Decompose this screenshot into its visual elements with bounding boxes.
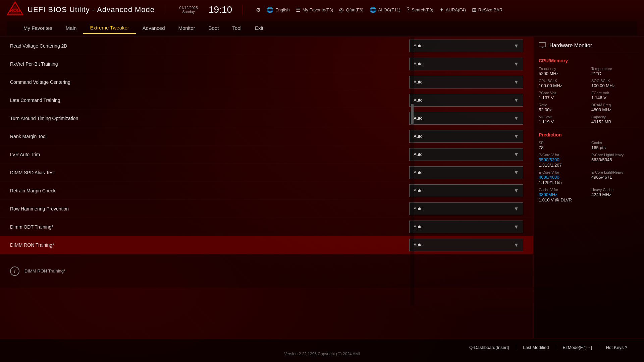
footer-btn-ez-mode[interactable]: EzMode(F7)→| [556, 345, 599, 350]
nav-advanced[interactable]: Advanced [136, 22, 172, 34]
setting-control-dimm-odt[interactable]: Auto ▼ [409, 221, 523, 233]
toolbar-aura[interactable]: ✦ AURA(F4) [439, 7, 466, 13]
setting-row-turn-around: Turn Around Timing Optimization Auto ▼ [0, 109, 533, 127]
nav-boot[interactable]: Boot [202, 22, 226, 34]
nav-extreme-tweaker[interactable]: Extreme Tweaker [83, 22, 136, 34]
nav-bar: My Favorites Main Extreme Tweaker Advanc… [7, 21, 637, 35]
aura-icon: ✦ [439, 7, 444, 13]
setting-control-dimm-ron[interactable]: Auto ▼ [409, 239, 523, 251]
hw-value-pcore-light-heavy: 5633/5345 [591, 157, 639, 162]
setting-label-read-voltage: Read Voltage Centering 2D [10, 43, 409, 49]
setting-row-dimm-ron[interactable]: DIMM RON Training* Auto ▼ [0, 236, 533, 254]
hw-section-prediction: Prediction [539, 132, 639, 137]
toolbar-settings[interactable]: ⚙ [256, 7, 261, 13]
setting-control-turn-around[interactable]: Auto ▼ [409, 112, 523, 125]
search-icon: ? [407, 7, 410, 13]
date-display: 01/12/2025 [179, 6, 198, 10]
toolbar-resizebar[interactable]: ⊞ ReSize BAR [472, 7, 502, 13]
dropdown-arrow-row-hammering: ▼ [514, 206, 519, 212]
hw-label-cache-v-for: Cache V for [539, 188, 586, 192]
dropdown-turn-around[interactable]: Auto ▼ [409, 112, 523, 125]
settings-icon: ⚙ [256, 7, 261, 13]
hw-value-sp: 78 [539, 145, 586, 150]
setting-control-row-hammering[interactable]: Auto ▼ [409, 202, 523, 215]
dropdown-lvr[interactable]: Auto ▼ [409, 148, 523, 161]
dropdown-dimm-spd[interactable]: Auto ▼ [409, 166, 523, 179]
nav-monitor[interactable]: Monitor [172, 22, 202, 34]
nav-exit[interactable]: Exit [248, 22, 270, 34]
toolbar: ⚙ 🌐 English ☰ My Favorite(F3) ◎ Qfan(F6)… [256, 7, 502, 13]
toolbar-resizebar-label: ReSize BAR [478, 7, 502, 12]
scrollbar-track[interactable] [410, 37, 414, 305]
hw-item-cpu-bclk: CPU BCLK 100.00 MHz [539, 79, 586, 88]
dropdown-arrow-dimm-spd: ▼ [514, 170, 519, 176]
dropdown-retrain[interactable]: Auto ▼ [409, 184, 523, 197]
setting-label-retrain: Retrain Margin Check [10, 188, 409, 193]
hw-monitor-sidebar: Hardware Monitor CPU/Memory Frequency 52… [533, 37, 644, 339]
toolbar-english-label: English [275, 7, 290, 12]
dropdown-rank-margin[interactable]: Auto ▼ [409, 130, 523, 143]
hw-label-cpu-bclk: CPU BCLK [539, 79, 586, 83]
hw-value-ratio: 52.00x [539, 107, 586, 112]
dropdown-row-hammering[interactable]: Auto ▼ [409, 202, 523, 215]
dropdown-dimm-ron[interactable]: Auto ▼ [409, 239, 523, 251]
toolbar-aioc[interactable]: 🌐 AI OC(F11) [370, 7, 400, 13]
nav-main[interactable]: Main [59, 22, 84, 34]
setting-control-rxvref[interactable]: Auto ▼ [409, 58, 523, 70]
setting-row-read-voltage: Read Voltage Centering 2D Auto ▼ [0, 37, 533, 55]
dropdown-value-command-voltage: Auto [414, 79, 423, 84]
globe-icon: 🌐 [267, 7, 273, 13]
footer-btn-qdashboard[interactable]: Q-Dashboard(Insert) [463, 345, 516, 350]
header-divider [165, 5, 165, 15]
setting-control-retrain[interactable]: Auto ▼ [409, 184, 523, 197]
hw-item-frequency: Frequency 5200 MHz [539, 67, 586, 76]
setting-label-dimm-spd: DIMM SPD Alias Test [10, 170, 409, 175]
setting-label-command-voltage: Command Voltage Centering [10, 79, 409, 85]
setting-control-read-voltage[interactable]: Auto ▼ [409, 40, 523, 52]
dropdown-value-dimm-odt: Auto [414, 224, 423, 229]
toolbar-myfavorite[interactable]: ☰ My Favorite(F3) [296, 7, 333, 13]
dropdown-rxvref[interactable]: Auto ▼ [409, 58, 523, 70]
hw-item-mc-volt: MC Volt. 1.119 V [539, 115, 586, 124]
dropdown-value-row-hammering: Auto [414, 206, 423, 211]
dropdown-dimm-odt[interactable]: Auto ▼ [409, 221, 523, 233]
hw-label-capacity: Capacity [591, 115, 639, 119]
scrollbar-thumb[interactable] [411, 104, 414, 124]
day-display: Sunday [182, 10, 195, 14]
setting-row-rxvref: RxVref Per-Bit Training Auto ▼ [0, 55, 533, 73]
footer-btn-hot-keys[interactable]: Hot Keys ? [599, 345, 634, 350]
setting-control-rank-margin[interactable]: Auto ▼ [409, 130, 523, 143]
datetime-area: 01/12/2025 Sunday [175, 6, 202, 14]
hw-pcore-grid: P-Core V for 5500/5200 1.313/1.207 P-Cor… [539, 153, 639, 202]
favorite-icon: ☰ [296, 7, 301, 13]
hw-value-cache-v-sub: 1.010 V @ DLVR [539, 197, 586, 202]
setting-row-retrain: Retrain Margin Check Auto ▼ [0, 182, 533, 200]
dropdown-read-voltage[interactable]: Auto ▼ [409, 40, 523, 52]
dropdown-arrow-lvr: ▼ [514, 152, 519, 158]
info-text: DIMM RON Training* [24, 268, 65, 274]
hw-label-pcore-light-heavy: P-Core Light/Heavy [591, 153, 639, 157]
dropdown-command-voltage[interactable]: Auto ▼ [409, 76, 523, 88]
footer-btn-last-modified[interactable]: Last Modified [516, 345, 556, 350]
dropdown-late-command[interactable]: Auto ▼ [409, 94, 523, 107]
toolbar-english[interactable]: 🌐 English [267, 7, 290, 13]
setting-control-dimm-spd[interactable]: Auto ▼ [409, 166, 523, 179]
dropdown-value-dimm-ron: Auto [414, 242, 423, 247]
hw-value-pcore-v-for: 5500/5200 [539, 157, 586, 162]
toolbar-myfavorite-label: My Favorite(F3) [303, 7, 333, 12]
dropdown-value-turn-around: Auto [414, 116, 423, 121]
setting-control-lvr[interactable]: Auto ▼ [409, 148, 523, 161]
dropdown-value-lvr: Auto [414, 152, 423, 157]
nav-favorites[interactable]: My Favorites [17, 22, 59, 34]
nav-tool[interactable]: Tool [225, 22, 248, 34]
hw-cpu-grid: Frequency 5200 MHz Temperature 21°C CPU … [539, 67, 639, 124]
setting-row-row-hammering: Row Hammering Prevention Auto ▼ [0, 200, 533, 218]
dropdown-arrow-rxvref: ▼ [514, 61, 519, 67]
setting-control-late-command[interactable]: Auto ▼ [409, 94, 523, 107]
hw-item-sp: SP 78 [539, 141, 586, 150]
hw-monitor-title-text: Hardware Monitor [549, 43, 592, 49]
toolbar-qfan[interactable]: ◎ Qfan(F6) [339, 7, 363, 13]
toolbar-search[interactable]: ? Search(F9) [407, 7, 433, 13]
hw-section-cpu-memory: CPU/Memory [539, 58, 639, 63]
setting-control-command-voltage[interactable]: Auto ▼ [409, 76, 523, 88]
